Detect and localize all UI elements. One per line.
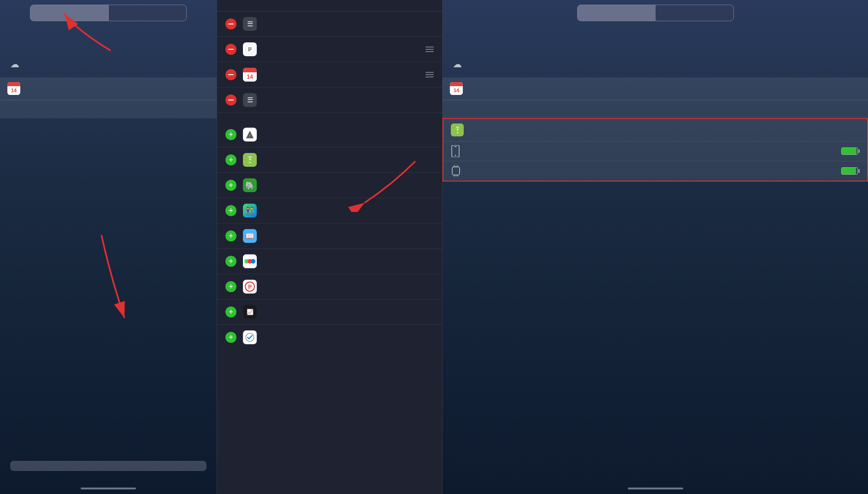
icon-reminders-not [243,280,257,294]
right-calendar-icon: 14 [450,82,463,95]
left-edit-button[interactable] [10,461,207,471]
svg-text:↑: ↑ [249,133,251,138]
plus-transport[interactable] [225,256,236,267]
svg-rect-23 [452,167,460,175]
plus-findfriends[interactable] [225,205,236,216]
icon-calendar-included: 14 [243,68,257,82]
icon-tomorrow-summary: ☰ [243,93,257,107]
widget-item-calendar-included[interactable]: 14 [217,62,442,88]
icon-traffic: ↑ [243,128,257,141]
right-cloud-icon: ☁ [453,59,462,70]
icon-findfriends: 👫 [243,204,257,218]
reorder-calendar[interactable] [425,72,434,77]
right-home-indicator [628,488,683,489]
widget-item-findfriends[interactable]: 👫 [217,198,442,223]
plus-kindle[interactable] [225,230,236,241]
icon-evernote: 🐘 [243,178,257,192]
plus-stocks[interactable] [225,306,236,318]
right-panel: ☁ 14 🔋 [443,0,868,494]
widget-item-stocks[interactable]: 📈 [217,300,442,325]
svg-rect-21 [454,146,457,147]
icon-kindle: 📖 [243,229,257,243]
right-batteries-card: 🔋 [443,118,868,182]
widget-item-transport[interactable] [217,249,442,274]
right-batteries-icon: 🔋 [451,124,464,136]
right-tab-notifications[interactable] [655,5,733,21]
icon-today-summary: ☰ [243,17,257,31]
left-home-indicator [81,488,136,489]
svg-point-11 [251,259,255,264]
plus-evernote[interactable] [225,180,236,191]
widget-item-reminders-included[interactable] [217,37,442,62]
right-iphone-row [443,141,867,161]
middle-header [217,0,442,6]
left-calendar-card: 14 [0,77,217,118]
right-no-events [443,100,868,118]
left-tomorrow-section [0,118,217,132]
reorder-reminders[interactable] [425,47,434,52]
do-not-include-label [217,113,442,122]
minus-calendar[interactable] [225,69,236,80]
left-calendar-icon: 14 [7,82,20,95]
left-no-events [0,100,217,118]
cloud-icon: ☁ [10,59,19,70]
left-panel: ☁ 14 [0,0,217,494]
widget-item-batteries[interactable]: 🔋 [217,147,442,173]
widget-item-reminders-not[interactable] [217,274,442,300]
widget-item-traffic[interactable]: ↑ [217,122,442,147]
icon-batteries: 🔋 [243,153,257,167]
minus-reminders[interactable] [225,44,236,55]
left-tab-today[interactable] [30,5,108,21]
middle-panel: ☰ 14 ☰ [217,0,443,494]
right-tomorrow-section [443,182,868,196]
icon-transport [243,254,257,268]
left-tab-notifications[interactable] [109,5,187,21]
widget-item-kindle[interactable]: 📖 [217,223,442,249]
plus-traffic[interactable] [225,129,236,140]
right-calendar-card: 14 [443,77,868,118]
widget-item-tomorrow-summary[interactable]: ☰ [217,88,442,113]
minus-tomorrow-summary[interactable] [225,94,236,106]
icon-things [243,330,257,344]
right-applewatch-row [443,161,867,181]
right-weather-row: ☁ [443,56,868,77]
left-edit-btn-wrap [0,453,217,477]
icon-stocks: 📈 [243,305,257,319]
widget-item-today-summary[interactable]: ☰ [217,12,442,37]
left-seg-control[interactable] [30,5,187,21]
left-weather-footer [0,477,217,488]
icon-reminders-included [243,42,257,56]
left-weather-row: ☁ [0,56,217,77]
plus-reminders-not[interactable] [225,281,236,292]
widget-item-evernote[interactable]: 🐘 [217,173,442,198]
plus-batteries[interactable] [225,154,236,165]
iphone-icon [451,145,460,157]
applewatch-icon [451,165,461,177]
svg-point-22 [455,154,456,156]
middle-widget-list: ☰ 14 ☰ [217,12,442,494]
plus-things[interactable] [225,332,236,343]
minus-today-summary[interactable] [225,18,236,29]
right-tab-today[interactable] [578,5,655,21]
widget-item-things[interactable] [217,325,442,350]
right-seg-control[interactable] [577,5,734,21]
right-date-heading [443,26,868,56]
left-date-heading [0,26,217,56]
